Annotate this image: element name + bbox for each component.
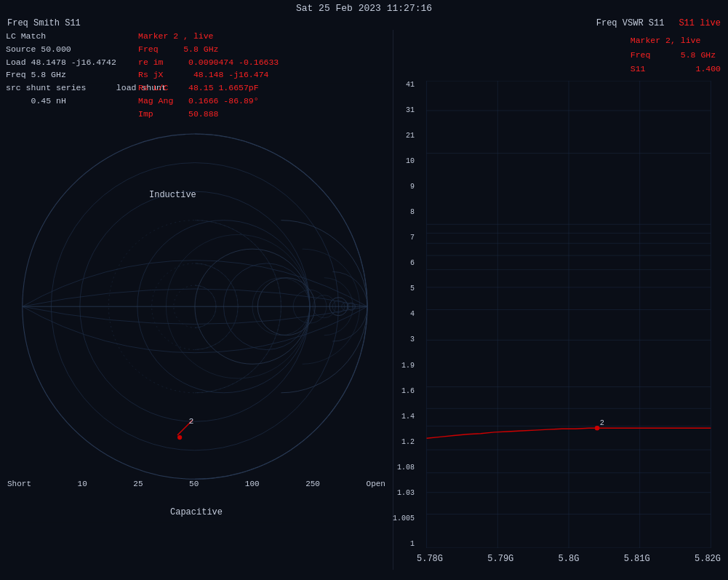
- x-579g: 5.79G: [487, 554, 513, 564]
- svg-rect-0: [7, 83, 385, 522]
- axis-100: 100: [245, 480, 260, 488]
- marker-left-re-im: re im 0.0090474 -0.16633: [138, 56, 279, 69]
- vswr-title: Freq VSWR S11: [596, 18, 665, 28]
- marker-left-mag-ang: Mag Ang 0.1666 -86.89°: [138, 95, 279, 108]
- marker-info-left: Marker 2 , live Freq 5.8 GHz re im 0.009…: [138, 30, 279, 121]
- x-581g: 5.81G: [624, 554, 650, 564]
- marker-info-right: Marker 2, live Freq 5.8 GHz S11 1.400: [631, 33, 721, 76]
- y-1-4: 1.4: [401, 413, 415, 421]
- main-content: LC Match Source 50.000 Load 48.1478 -j16…: [0, 30, 728, 570]
- y-1-08: 1.08: [397, 464, 415, 472]
- vswr-title-area: Freq VSWR S11 S11 live: [596, 18, 721, 28]
- axis-10: 10: [78, 480, 87, 488]
- svg-text:2: 2: [189, 416, 194, 426]
- vswr-marker-2-label: 2: [600, 418, 604, 427]
- y-7: 7: [410, 234, 415, 242]
- axis-250: 250: [305, 480, 320, 488]
- x-578g: 5.78G: [417, 554, 443, 564]
- vswr-chart-svg: 2: [417, 81, 721, 548]
- marker-right-title: Marker 2, live: [631, 33, 721, 48]
- y-21: 21: [406, 132, 415, 140]
- smith-chart-container: 2 Short 10 25 50 100 250 Open Inductive …: [7, 66, 385, 539]
- x-582g: 5.82G: [695, 554, 721, 564]
- y-4: 4: [410, 310, 415, 318]
- smith-title: Freq Smith S11: [7, 18, 81, 28]
- x-580g: 5.8G: [559, 554, 580, 564]
- capacitive-label: Capacitive: [170, 507, 223, 517]
- y-31: 31: [406, 106, 415, 114]
- vswr-panel: Marker 2, live Freq 5.8 GHz S11 1.400 41…: [393, 30, 728, 570]
- marker-right-freq: Freq 5.8 GHz: [631, 48, 721, 63]
- smith-chart-svg: 2: [7, 66, 385, 539]
- datetime-text: Sat 25 Feb 2023 11:27:16: [296, 3, 432, 14]
- datetime-header: Sat 25 Feb 2023 11:27:16: [0, 0, 728, 17]
- marker-right-s11: S11 1.400: [631, 62, 721, 76]
- y-1-9: 1.9: [401, 362, 415, 370]
- y-1-005: 1.005: [393, 515, 415, 523]
- axis-open: Open: [367, 480, 385, 488]
- top-labels: Freq Smith S11 Freq VSWR S11 S11 live: [0, 17, 728, 30]
- y-5: 5: [410, 285, 415, 293]
- axis-short: Short: [7, 480, 31, 488]
- axis-25: 25: [133, 480, 143, 488]
- y-41: 41: [406, 81, 415, 89]
- y-6: 6: [410, 259, 415, 267]
- y-1-6: 1.6: [401, 387, 415, 395]
- smith-axis-labels: Short 10 25 50 100 250 Open: [7, 480, 385, 488]
- vswr-x-axis: 5.78G 5.79G 5.8G 5.81G 5.82G: [417, 554, 721, 564]
- y-3: 3: [410, 335, 415, 343]
- vswr-marker-2-dot: [595, 426, 600, 431]
- svg-point-24: [177, 435, 182, 440]
- y-1: 1: [410, 540, 415, 548]
- inductive-label: Inductive: [149, 190, 196, 200]
- y-10: 10: [406, 157, 415, 165]
- marker-left-freq: Freq 5.8 GHz: [138, 43, 279, 56]
- axis-50: 50: [189, 480, 199, 488]
- vswr-y-axis: 41 31 21 10 9 8 7 6 5 4 3 1.9 1.6 1.4 1.…: [393, 81, 417, 548]
- marker-left-rs-lc: Rs L/C 48.15 1.6657pF: [138, 82, 279, 95]
- smith-panel: LC Match Source 50.000 Load 48.1478 -j16…: [0, 30, 393, 570]
- s11-live-label: S11 live: [679, 18, 721, 28]
- y-9: 9: [410, 183, 415, 191]
- marker-left-rs-jx: Rs jX 48.148 -j16.474: [138, 68, 279, 82]
- y-8: 8: [410, 208, 415, 216]
- marker-left-title: Marker 2 , live: [138, 30, 279, 43]
- y-1-03: 1.03: [397, 489, 415, 497]
- y-1-2: 1.2: [401, 438, 415, 446]
- marker-left-imp: Imp 50.888: [138, 108, 279, 121]
